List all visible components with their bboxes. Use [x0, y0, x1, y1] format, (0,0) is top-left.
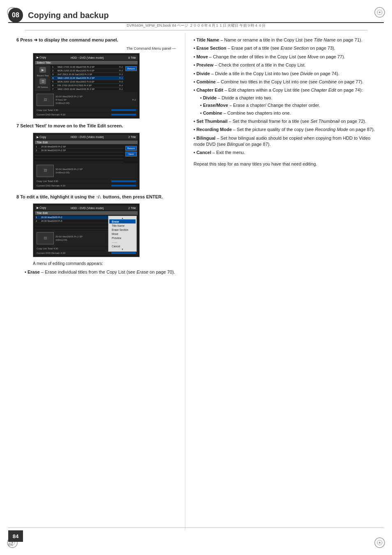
bullet-erase: Erase – Erase individual titles from the… — [25, 269, 177, 275]
bullet-recording-mode: Recording Mode – Set the picture quality… — [194, 127, 376, 133]
scr1-thumb-duration: 1h00m(2:00) — [55, 102, 83, 104]
scr2-row1: 120:00 Wed29/05 Pr.2 SP — [35, 145, 124, 149]
bullet-set-thumbnail: Set Thumbnail – Set the thumbnail frame … — [194, 118, 376, 124]
scr1-row3: 3SAT 25/03 20:00 Sat12/03 Pr.3 SPPr.3 — [51, 73, 124, 76]
scr1-sidebar: ▶ Recent Test ☰ All Genres — [35, 65, 51, 91]
scr2-row5-empty — [35, 159, 124, 162]
chapter-header: 08 Copying and backup — [8, 8, 384, 23]
bullet-move: Move – Change the order of titles in the… — [194, 54, 376, 60]
scr1-titlebar: Select Title: — [35, 61, 138, 64]
repeat-note: Repeat this step for as many titles you … — [194, 161, 376, 167]
scr2-return-btn[interactable]: Return — [125, 146, 137, 151]
command-panel-label-text: The Command Menu panel — — [33, 46, 177, 51]
scr1-sidebar-icon2: ☰ — [36, 78, 50, 85]
screenshot-3: ▶ Copy HDD→DVD (Video mode) 2 Title Titl… — [33, 203, 140, 257]
scr2-titlebar: Title Edit — [35, 140, 138, 144]
screenshot-1: ▶ Copy HDD→DVD (Video mode) 8 Title Sele… — [33, 53, 140, 119]
scr2-bottom2: Current DVD Remain 4:30 — [35, 184, 138, 188]
scr1-row5: 5MON 20/03 13:00 Mon20/03 Pr.8 SPPr.8 — [51, 80, 124, 84]
sub-combine: Combine – Combine two chapters into one. — [200, 110, 376, 116]
scr2-next-btn[interactable]: Next — [125, 152, 137, 157]
scr2-thumbnail: 🖼 20:00 Wed29/05 Pr.2 SP 1h00m(2:00) — [35, 163, 138, 179]
scr1-thumb-sub: ☰ Free1 SP — [55, 99, 83, 101]
scr1-row7: 7WED 15/03 20:00 Wed15/03 Pr.2 SPPr.2 — [51, 88, 124, 91]
scr3-thumb-image: 🖼 — [37, 232, 54, 244]
scr1-thumbnail: 🖼 20:00 Wed29/05 Pr.2 SP ☰ Free1 SP 1h00… — [35, 92, 138, 108]
step8-heading: 8 To edit a title, highlight it using th… — [16, 194, 177, 200]
scr1-return-btn[interactable]: Return — [125, 66, 137, 71]
scr1-bottom2: Current DVD Remain 4:30 — [35, 113, 138, 117]
screenshot-2: ▶ Copy HDD→DVD (Video mode) 2 Title Titl… — [33, 133, 140, 190]
page-footer: 84 En — [8, 527, 384, 547]
right-bullet-list: Title Name – Name or rename a title in t… — [194, 37, 376, 156]
scr1-main: 1WED 27/03 21:00 Wed27/03 Pr.2 SPPr.2 2M… — [51, 65, 124, 91]
scr3-titlebar: Title Edit — [35, 211, 138, 215]
left-column: 6 Press ➜ to display the command menu pa… — [8, 33, 185, 530]
scr2-row2: 220:00 Wed22/03 Pr.2 SP — [35, 149, 124, 152]
bullet-divide: Divide – Divide a title in the Copy List… — [194, 71, 376, 77]
chapter-title: Copying and backup — [28, 11, 109, 20]
bullet-title-name: Title Name – Name or rename a title in t… — [194, 37, 376, 43]
main-content: 6 Press ➜ to display the command menu pa… — [8, 33, 384, 530]
sub-erase-move: Erase/Move – Erase a chapter/ Change the… — [200, 102, 376, 108]
scr1-row4-selected: 4WED 13/03 21:00 Wed13/03 Pr.2 SPPr.2 — [51, 76, 124, 80]
step8-caption: A menu of editing commands appears: — [33, 261, 177, 266]
bullet-cancel: Cancel – Exit the menu. — [194, 150, 376, 156]
scr1-bottom: Copy List Total 4:30 — [35, 108, 138, 112]
step6-heading: 6 Press ➜ to display the command menu pa… — [16, 37, 177, 43]
scr1-row1: 1WED 27/03 21:00 Wed27/03 Pr.2 SPPr.2 — [51, 65, 124, 69]
scr1-header: ▶ Copy HDD→DVD (Video mode) 8 Title — [35, 55, 138, 60]
scr1-thumb-info: 20:00 Wed29/05 Pr.2 SP — [55, 95, 83, 98]
bullet-bilingual: Bilingual – Set how bilingual audio shou… — [194, 135, 376, 148]
scr1-thumb-image: 🖼 — [37, 94, 54, 106]
page-lang: En — [8, 543, 13, 547]
scr2-row4-empty — [35, 156, 124, 159]
scr1-row2: 2MON 21/03 21:00 Mon21/03 Pr.4 SPPr.4 — [51, 69, 124, 73]
scr1-thumb-pr: Pr.2 — [132, 99, 136, 101]
scr3-duration: 1h00m(2:00) — [55, 239, 83, 241]
chapter-edit-sublist: Divide – Divide a chapter into two. Eras… — [194, 95, 376, 116]
scr2-thumb-image: 🖼 — [37, 165, 54, 177]
top-metadata-bar: DVR640H_WPW_EN.book 84 ページ ２００６年４月１１日 火曜… — [25, 23, 367, 30]
scr1-row6: 6FRI 17/03 20:00 Fri17003 Pr.4 SPPr.4 — [51, 84, 124, 88]
bullet-erase-section: Erase Section – Erase part of a title (s… — [194, 45, 376, 51]
scr3-popup-menu: ▲ Erase Title Name Erase Section Move Pr… — [108, 216, 137, 252]
scr3-header: ▶ Copy HDD→DVD (Video mode) 2 Title — [35, 205, 138, 210]
bullet-chapter-edit: Chapter Edit – Edit chapters within a Co… — [194, 87, 376, 116]
scr1-sidebar-icon1: ▶ — [36, 66, 50, 74]
scr2-row3-empty — [35, 152, 124, 156]
sub-divide: Divide – Divide a chapter into two. — [200, 95, 376, 101]
scr2-bottom: Copy List Total 4:30 — [35, 179, 138, 183]
scr1-sidebar-allgenres: All Genres — [36, 85, 50, 89]
step7-heading: 7 Select 'Next' to move on to the Title … — [16, 123, 177, 129]
chapter-number: 08 — [8, 8, 23, 23]
scr2-buttons: Return Next — [125, 145, 138, 162]
bullet-combine: Combine – Combine two titles in the Copy… — [194, 79, 376, 85]
page-number: 84 — [8, 530, 23, 542]
scr2-thumb-sub: 1h00m(2:00) — [55, 171, 83, 174]
scr3-thumb-info: 20:00 Wed29/05 Pr.2 SP — [55, 235, 83, 238]
scr2-header: ▶ Copy HDD→DVD (Video mode) 2 Title — [35, 135, 138, 140]
right-column: Title Name – Name or rename a title in t… — [185, 33, 384, 530]
scr1-sidebar-recent: Recent Test — [36, 74, 50, 78]
scr2-main: 120:00 Wed29/05 Pr.2 SP 220:00 Wed22/03 … — [35, 145, 124, 162]
scr1-buttons: Return — [125, 65, 138, 91]
scr2-thumb-info: 20:00 Wed29/05 Pr.2 SP — [55, 168, 83, 170]
bullet-preview: Preview – Check the content of a title i… — [194, 62, 376, 68]
